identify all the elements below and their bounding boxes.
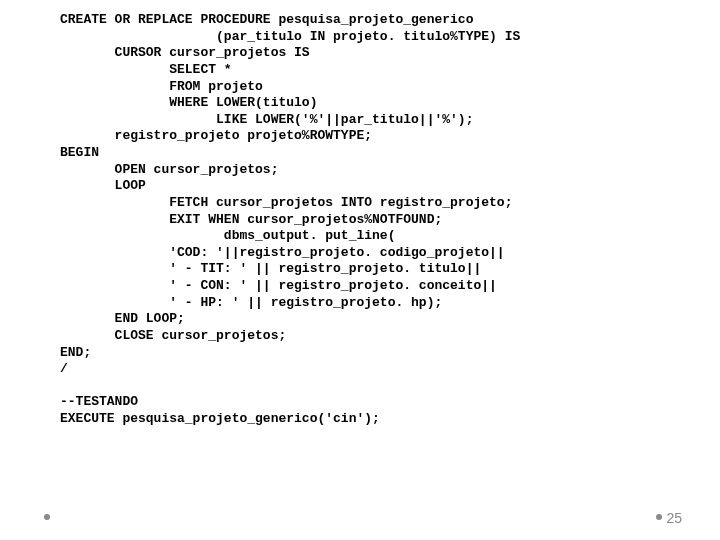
- plsql-code-block: CREATE OR REPLACE PROCEDURE pesquisa_pro…: [0, 0, 720, 428]
- page-number: 25: [666, 510, 682, 526]
- slide-bullet-left: [44, 514, 50, 520]
- slide-bullet-right: [656, 514, 662, 520]
